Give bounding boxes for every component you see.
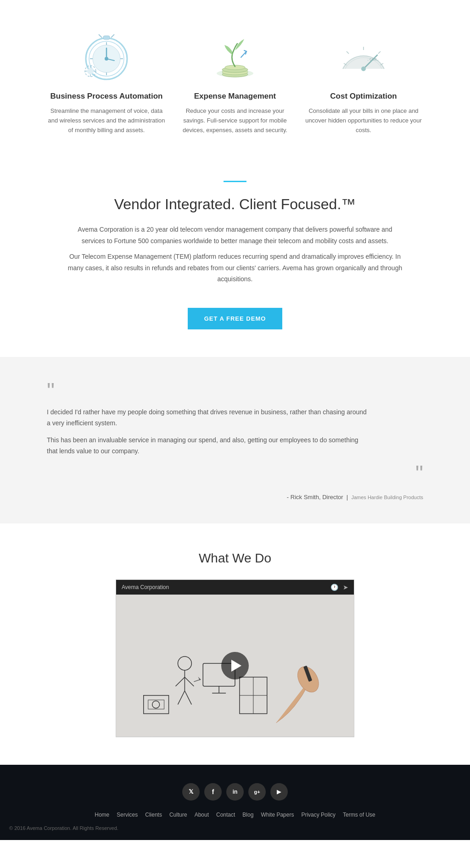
- services-grid: Business Process Automation Streamline t…: [47, 28, 423, 135]
- service-desc-cost: Consolidate all your bills in one place …: [304, 106, 423, 135]
- service-desc-business-process: Streamline the management of voice, data…: [47, 106, 166, 135]
- service-item-business-process: Business Process Automation Streamline t…: [47, 28, 166, 135]
- what-we-do-section: What We Do Avema Corporation 🕐 ➤: [0, 523, 470, 765]
- video-container[interactable]: Avema Corporation 🕐 ➤: [116, 579, 354, 737]
- testimonial-section: " I decided I'd rather have my people do…: [0, 357, 470, 523]
- svg-point-30: [361, 67, 366, 71]
- social-linkedin[interactable]: in: [226, 783, 244, 801]
- quote-open: ": [47, 380, 423, 402]
- footer-nav-white-papers[interactable]: White Papers: [261, 812, 294, 818]
- attribution-company: James Hardie Building Products: [351, 495, 423, 500]
- service-desc-expense: Reduce your costs and increase your savi…: [175, 106, 295, 135]
- about-paragraph-2: Our Telecom Expense Management (TEM) pla…: [65, 251, 405, 285]
- footer-nav-about[interactable]: About: [195, 812, 209, 818]
- testimonial-line-2: This has been an invaluable service in m…: [47, 434, 368, 457]
- svg-line-11: [111, 34, 114, 38]
- about-paragraph-1: Avema Corporation is a 20 year old telec…: [65, 224, 405, 246]
- quote-close: ": [47, 462, 423, 484]
- social-twitter[interactable]: 𝕏: [182, 783, 200, 801]
- services-section: Business Process Automation Streamline t…: [0, 0, 470, 162]
- testimonial-attribution: - Rick Smith, Director | James Hardie Bu…: [47, 494, 423, 501]
- footer-nav-blog[interactable]: Blog: [242, 812, 253, 818]
- section-divider: [224, 181, 246, 182]
- footer-nav-contact[interactable]: Contact: [216, 812, 235, 818]
- service-title-cost: Cost Optimization: [304, 92, 423, 101]
- service-item-expense: Expense Management Reduce your costs and…: [175, 28, 295, 135]
- footer-nav: Home Services Clients Culture About Cont…: [9, 812, 461, 818]
- social-google-plus[interactable]: g+: [248, 783, 266, 801]
- service-icon-expense: [205, 28, 265, 83]
- what-we-do-title: What We Do: [18, 551, 452, 566]
- svg-point-14: [87, 68, 94, 74]
- video-play-button[interactable]: [221, 652, 249, 679]
- footer-social: 𝕏 f in g+ ▶: [9, 783, 461, 801]
- footer: 𝕏 f in g+ ▶ Home Services Clients Cultur…: [0, 765, 470, 840]
- svg-line-25: [347, 51, 349, 54]
- service-title-business-process: Business Process Automation: [47, 92, 166, 101]
- video-thumbnail[interactable]: [116, 595, 354, 737]
- footer-nav-services[interactable]: Services: [117, 812, 138, 818]
- get-demo-button[interactable]: GET A FREE DEMO: [188, 308, 283, 329]
- video-header: Avema Corporation 🕐 ➤: [116, 580, 354, 595]
- svg-point-12: [105, 57, 108, 61]
- service-item-cost: .com. Cost Optimization Consolidate all …: [304, 28, 423, 135]
- video-channel-name: Avema Corporation: [122, 584, 169, 590]
- svg-rect-9: [103, 36, 110, 39]
- footer-copyright: © 2016 Avema Corporation. All Rights Res…: [9, 825, 461, 831]
- about-title: Vendor Integrated. Client Focused.™: [65, 196, 405, 213]
- service-title-expense: Expense Management: [175, 92, 295, 101]
- service-icon-business-process: [77, 28, 136, 83]
- footer-nav-culture[interactable]: Culture: [169, 812, 187, 818]
- footer-nav-terms[interactable]: Terms of Use: [343, 812, 375, 818]
- footer-nav-privacy-policy[interactable]: Privacy Policy: [301, 812, 336, 818]
- share-icon: ➤: [343, 584, 348, 591]
- testimonial-line-1: I decided I'd rather have my people doin…: [47, 406, 368, 429]
- video-header-icons: 🕐 ➤: [330, 584, 348, 591]
- about-section: Vendor Integrated. Client Focused.™ Avem…: [0, 196, 470, 357]
- social-youtube[interactable]: ▶: [270, 783, 288, 801]
- svg-line-27: [378, 51, 380, 54]
- svg-text:.com.: .com.: [367, 57, 379, 61]
- footer-nav-home[interactable]: Home: [95, 812, 109, 818]
- attribution-name: - Rick Smith, Director: [287, 494, 343, 501]
- service-icon-cost: .com.: [334, 28, 393, 83]
- social-facebook[interactable]: f: [204, 783, 222, 801]
- footer-nav-clients[interactable]: Clients: [145, 812, 162, 818]
- svg-line-10: [99, 34, 102, 38]
- clock-icon: 🕐: [330, 584, 338, 591]
